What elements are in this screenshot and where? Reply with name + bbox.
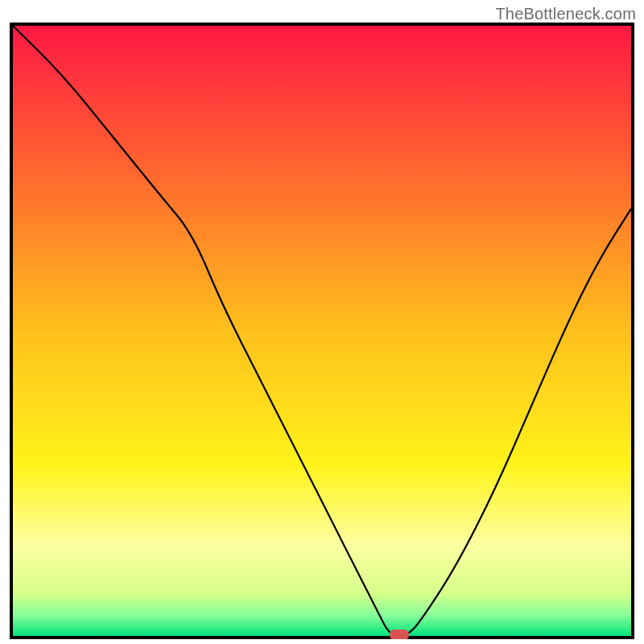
bottleneck-chart (10, 23, 634, 639)
watermark-text: TheBottleneck.com (495, 5, 636, 23)
bottleneck-chart-container: TheBottleneck.com (0, 0, 644, 644)
chart-gradient-background (13, 26, 631, 636)
optimal-point-marker (390, 630, 409, 639)
